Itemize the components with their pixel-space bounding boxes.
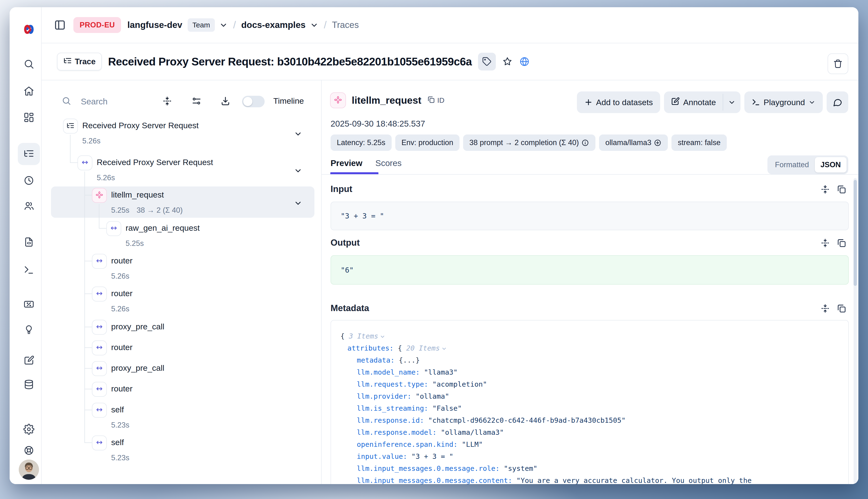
sidebar-item-support[interactable] [21, 443, 37, 459]
output-value-box[interactable]: "6" [331, 255, 849, 284]
project-name[interactable]: docs-examples [241, 20, 306, 30]
observation-badge[interactable]: Latency: 5.25s [331, 134, 392, 151]
tree-row-label[interactable]: proxy_pre_call [111, 363, 164, 373]
sidebar-item-home[interactable] [21, 84, 37, 99]
tree-row-metrics: 5.26s [97, 173, 115, 182]
tree-settings-button[interactable] [191, 96, 202, 107]
download-button[interactable] [220, 96, 231, 107]
tab-preview[interactable]: Preview [331, 158, 362, 168]
collapse-vertical-icon[interactable] [820, 303, 830, 315]
dashboard-icon [23, 112, 34, 124]
judge-icon [23, 324, 34, 336]
timeline-label: Timeline [273, 96, 304, 106]
observation-actions: Add to datasets Annotate Playground [577, 92, 848, 113]
tree-row-label[interactable]: self [111, 438, 124, 447]
public-globe-button[interactable] [519, 56, 530, 67]
tree-row-label[interactable]: raw_gen_ai_request [125, 223, 200, 233]
observation-badge[interactable]: Env: production [395, 134, 460, 151]
organization-name[interactable]: langfuse-dev [127, 20, 182, 30]
json-collapse-chevron-icon[interactable] [441, 343, 447, 355]
json-key: llm.request.type: [357, 380, 432, 388]
trace-tree-panel: Search Timeline Received Proxy Server Re… [41, 80, 321, 484]
tree-row-label[interactable]: router [111, 256, 133, 265]
environment-badge[interactable]: PROD-EU [73, 17, 121, 33]
detail-scrollbar-thumb[interactable] [854, 180, 857, 286]
comments-button[interactable] [827, 92, 848, 113]
copy-icon[interactable] [836, 303, 847, 315]
format-option-formatted[interactable]: Formatted [769, 160, 815, 169]
playground-button[interactable]: Playground [744, 92, 823, 113]
observation-badge[interactable]: ollama/llama3 [599, 134, 668, 151]
sidebar-toggle-icon[interactable] [54, 19, 66, 31]
copy-icon [427, 96, 435, 105]
json-value: "ollama/llama3" [441, 428, 504, 436]
sidebar-item-annotation[interactable] [21, 353, 37, 369]
delete-trace-button[interactable] [828, 53, 848, 74]
copy-icon[interactable] [836, 184, 847, 195]
project-chevron-down-icon[interactable] [310, 21, 319, 29]
sidebar-item-settings[interactable] [21, 422, 37, 438]
format-option-json[interactable]: JSON [815, 157, 847, 172]
sidebar-item-sessions[interactable] [21, 173, 37, 189]
input-value-box[interactable]: "3 + 3 = " [331, 202, 849, 230]
sidebar-item-prompts[interactable] [21, 234, 37, 251]
metadata-section-heading: Metadata [331, 303, 369, 313]
span-arrows-icon [92, 382, 107, 397]
collapse-all-button[interactable] [162, 96, 172, 107]
row-chevron-down-icon[interactable] [294, 130, 302, 139]
json-value: "system" [504, 464, 537, 473]
tree-row-label[interactable]: litellm_request [111, 190, 164, 199]
user-avatar[interactable] [19, 460, 39, 480]
tree-row-metrics: 5.26s [82, 137, 100, 145]
sidebar-item-tracing[interactable] [18, 143, 40, 165]
left-icon-rail [10, 7, 41, 484]
tree-connector-line [84, 261, 93, 261]
sidebar-item-evaluators[interactable] [21, 297, 37, 313]
json-value: "chatcmpl-d96622c0-c642-446f-b9ad-b7a430… [428, 416, 626, 424]
tree-row-label[interactable]: Received Proxy Server Request [82, 121, 199, 130]
langfuse-logo-icon[interactable] [22, 22, 36, 37]
timeline-toggle[interactable] [242, 96, 265, 107]
tree-row-label[interactable]: router [111, 384, 133, 393]
metadata-json-viewer[interactable]: { 3 Itemsattributes: { 20 Itemsmetadata:… [331, 320, 849, 484]
observation-badge[interactable]: 38 prompt → 2 completion (Σ 40) [463, 134, 596, 151]
users-icon [23, 200, 34, 212]
tab-scores[interactable]: Scores [375, 158, 402, 168]
org-chevron-down-icon[interactable] [219, 21, 228, 29]
tree-row-label[interactable]: router [111, 289, 133, 298]
sidebar-item-datasets[interactable] [21, 377, 37, 393]
star-bookmark-button[interactable] [502, 56, 513, 67]
sidebar-item-dashboard[interactable] [21, 110, 37, 126]
add-to-datasets-button[interactable]: Add to datasets [577, 92, 660, 113]
collapse-vertical-icon[interactable] [820, 184, 830, 195]
sidebar-item-search[interactable] [21, 57, 37, 72]
sidebar-item-playground[interactable] [21, 263, 37, 278]
sessions-icon [23, 175, 34, 187]
observation-badge[interactable]: stream: false [671, 134, 726, 151]
json-collapse-chevron-icon[interactable] [380, 331, 386, 343]
annotate-split-button: Annotate [664, 92, 741, 113]
observation-timestamp: 2025-09-30 18:48:25.537 [331, 119, 425, 129]
breadcrumb-section[interactable]: Traces [332, 20, 359, 30]
copy-icon[interactable] [836, 238, 847, 249]
row-chevron-down-icon[interactable] [294, 166, 302, 176]
row-chevron-down-icon[interactable] [294, 199, 302, 208]
prompts-icon [23, 236, 34, 248]
collapse-vertical-icon[interactable] [820, 238, 830, 249]
tag-button[interactable] [478, 53, 496, 71]
json-brace: { [340, 332, 349, 340]
annotate-dropdown-button[interactable] [723, 92, 741, 113]
tree-row-label[interactable]: router [111, 343, 133, 352]
sidebar-item-judge[interactable] [21, 322, 37, 338]
tree-connector-line [84, 293, 93, 294]
tabs-divider [322, 174, 858, 175]
tree-row-label[interactable]: self [111, 405, 124, 414]
sidebar-item-users[interactable] [21, 198, 37, 215]
annotate-button[interactable]: Annotate [664, 92, 723, 113]
tree-row-label[interactable]: Received Proxy Server Request [97, 158, 213, 167]
search-input[interactable]: Search [81, 97, 108, 106]
json-key: llm.input_messages.0.message.role: [357, 464, 504, 473]
copy-id-button[interactable]: ID [427, 96, 444, 105]
tree-connector-line [84, 172, 85, 443]
tree-row-label[interactable]: proxy_pre_call [111, 322, 164, 331]
